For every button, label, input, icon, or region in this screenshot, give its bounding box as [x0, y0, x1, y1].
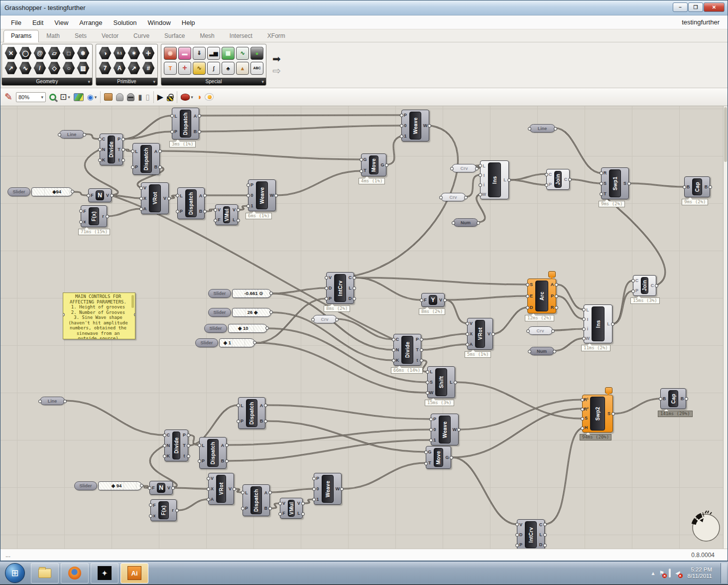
input-port-P[interactable]: [237, 420, 240, 423]
node-dispatch5[interactable]: LPDispatchAB: [238, 397, 265, 429]
output-port-G[interactable]: [385, 163, 388, 167]
node-dispatch6[interactable]: LPDispatchAB: [243, 484, 270, 516]
output-port-B[interactable]: [268, 507, 272, 510]
output-port-L[interactable]: [301, 512, 305, 516]
input-port-P[interactable]: [170, 130, 174, 134]
node-swp2[interactable]: R¹R²SHSwp2S94ms (20%): [582, 395, 613, 433]
param-capsule-num[interactable]: Num: [529, 347, 554, 355]
taskbar-app-illustrator[interactable]: Ai: [121, 563, 148, 584]
group-dropdown-icon[interactable]: ▾: [153, 79, 155, 84]
vector-arrow-icon[interactable]: ↗: [4, 62, 17, 75]
menu-item-solution[interactable]: Solution: [108, 17, 142, 28]
input-port-T[interactable]: [360, 169, 363, 173]
node-dispatch1[interactable]: LPDispatchAB3ms (1%): [172, 108, 199, 140]
wire[interactable]: [545, 428, 582, 524]
node-join1[interactable]: CPJoinC: [546, 169, 570, 190]
gradient-icon[interactable]: ▬: [178, 47, 191, 60]
input-port-V[interactable]: [325, 276, 328, 280]
output-port-L[interactable]: [353, 287, 356, 290]
output-port-V[interactable]: [301, 502, 305, 505]
input-port[interactable]: [450, 167, 454, 170]
input-port-C[interactable]: [631, 279, 635, 283]
input-port-P[interactable]: [631, 290, 635, 293]
title-bar[interactable]: Grasshopper - testingfurther – ❐ ✕: [0, 0, 728, 15]
slider-track[interactable]: 26 ◆: [232, 308, 271, 317]
bake-icon[interactable]: [104, 93, 113, 101]
input-port-P[interactable]: [312, 477, 316, 480]
output-port-G[interactable]: [450, 456, 453, 459]
output-port[interactable]: [140, 484, 143, 487]
output-port-V[interactable]: [491, 332, 495, 336]
output-port-r[interactable]: [175, 509, 179, 512]
recompute-icon[interactable]: ▶: [157, 92, 163, 102]
canvas-vertical-scrollbar[interactable]: [723, 106, 728, 549]
output-port[interactable]: [464, 196, 468, 199]
output-port-B[interactable]: [198, 130, 201, 134]
output-port-L[interactable]: [237, 219, 240, 222]
input-port-L[interactable]: [241, 491, 244, 494]
input-port-T[interactable]: [424, 462, 428, 465]
input-port-H[interactable]: [581, 427, 584, 430]
param-capsule-crv[interactable]: Crv: [528, 326, 553, 335]
input-port-F[interactable]: [149, 503, 152, 507]
zoom-level-select[interactable]: 80%▾: [16, 92, 46, 102]
input-port-0[interactable]: [246, 194, 250, 197]
number-slider[interactable]: Slider◆ 10: [204, 324, 267, 333]
node-weave4[interactable]: P01WeaveW: [431, 414, 459, 445]
input-port-L[interactable]: [237, 404, 240, 407]
tab-params[interactable]: Params: [3, 30, 39, 42]
node-move1[interactable]: GTMoveG4ms (1%): [361, 153, 386, 176]
input-port-x[interactable]: [149, 514, 152, 518]
slider-track[interactable]: ◆ 94: [98, 481, 142, 490]
input-port-G[interactable]: [424, 450, 428, 454]
input-port-S[interactable]: [526, 283, 529, 287]
wire[interactable]: [326, 126, 458, 278]
param-capsule-crv[interactable]: Crv: [313, 315, 337, 323]
input-port-L[interactable]: [176, 194, 179, 197]
input-port-E[interactable]: [526, 294, 529, 298]
input-port-C[interactable]: [98, 138, 102, 141]
tree-icon[interactable]: ♣: [222, 62, 235, 75]
param-capsule-crv[interactable]: Crv: [441, 193, 466, 201]
input-port-i[interactable]: [582, 327, 586, 331]
wire[interactable]: [601, 194, 665, 286]
input-port-S[interactable]: [600, 182, 603, 185]
input-port-F[interactable]: [87, 194, 90, 197]
line-graph-icon[interactable]: ∿: [236, 47, 249, 60]
output-port-r[interactable]: [106, 215, 109, 218]
output-port-C[interactable]: [353, 276, 356, 280]
input-port-S[interactable]: [581, 417, 584, 421]
input-port-0[interactable]: [429, 428, 433, 432]
number-slider[interactable]: Slider-0.661 ⊙: [208, 289, 271, 298]
input-port[interactable]: [528, 127, 531, 131]
slider-name-grip[interactable]: Slider: [195, 338, 218, 347]
output-port-A[interactable]: [555, 283, 558, 287]
input-port-R¹[interactable]: [581, 398, 584, 402]
box-icon[interactable]: □: [62, 47, 75, 60]
input-port[interactable]: [528, 350, 531, 353]
text-icon[interactable]: A: [113, 62, 126, 75]
graph-mapper-icon[interactable]: ∫: [207, 62, 220, 75]
menu-item-arrange[interactable]: Arrange: [74, 17, 108, 28]
param-capsule-line[interactable]: Line: [40, 397, 65, 405]
output-port-B[interactable]: [685, 397, 688, 401]
input-port-L[interactable]: [582, 308, 586, 311]
output-port[interactable]: [63, 400, 67, 403]
tab-mesh[interactable]: Mesh: [192, 30, 222, 42]
input-port-N[interactable]: [392, 348, 395, 352]
param-capsule-line[interactable]: Line: [59, 130, 84, 139]
galapagos-solver-icon[interactable]: ▾: [181, 94, 193, 101]
input-port[interactable]: [58, 133, 61, 137]
node-divide1[interactable]: CNKDividePTt: [100, 134, 123, 165]
output-port[interactable]: [253, 341, 256, 344]
egg-icon[interactable]: [205, 93, 214, 101]
input-port-X[interactable]: [139, 197, 143, 200]
tab-surface[interactable]: Surface: [157, 30, 192, 42]
nav-back-icon[interactable]: ➡: [272, 54, 281, 64]
show-desktop-button[interactable]: [721, 563, 727, 584]
zoom-level-value[interactable]: 80%▾: [16, 92, 46, 102]
input-port-P[interactable]: [515, 544, 519, 547]
menu-item-file[interactable]: File: [5, 17, 27, 28]
output-port[interactable]: [477, 221, 480, 225]
taskbar-app-rhino[interactable]: ✦: [91, 563, 119, 584]
